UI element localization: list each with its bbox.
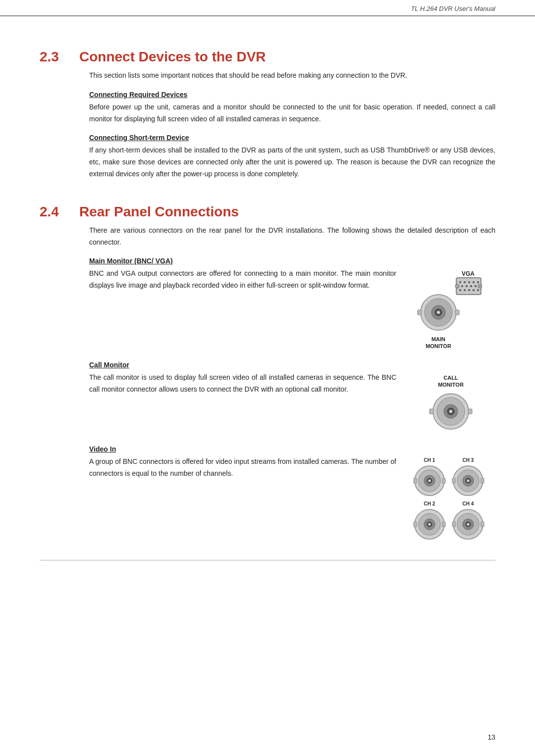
svg-text:CH 1: CH 1 xyxy=(424,457,435,463)
subsection-required-devices-body: Before power up the unit, cameras and a … xyxy=(89,101,495,125)
svg-point-16 xyxy=(455,284,459,288)
call-monitor-text-col: The call monitor is used to display full… xyxy=(89,372,396,403)
call-monitor-body: The call monitor is used to display full… xyxy=(89,372,396,396)
section-23-title: Connect Devices to the DVR xyxy=(79,49,266,65)
page-footer: 13 xyxy=(487,733,495,741)
svg-point-13 xyxy=(468,289,470,291)
svg-rect-43 xyxy=(414,478,417,483)
svg-point-7 xyxy=(461,285,463,287)
svg-rect-66 xyxy=(452,522,455,527)
svg-point-58 xyxy=(428,523,431,526)
svg-rect-24 xyxy=(455,310,459,315)
page-header: TL H.264 DVR User's Manual xyxy=(0,0,535,16)
video-in-content: A group of BNC connectors is offered for… xyxy=(89,456,495,540)
svg-text:VGA: VGA xyxy=(462,270,475,277)
section-24-number: 2.4 xyxy=(40,204,79,220)
svg-point-17 xyxy=(478,284,482,288)
svg-point-3 xyxy=(464,281,466,283)
main-monitor-text-col: BNC and VGA output connectors are offere… xyxy=(89,268,396,300)
main-monitor-body: BNC and VGA output connectors are offere… xyxy=(89,268,396,292)
subsection-video-in: Video In A group of BNC connectors is of… xyxy=(89,445,495,540)
video-in-svg: CH 1 CH 3 xyxy=(409,456,493,540)
call-monitor-content: The call monitor is used to display full… xyxy=(89,372,495,436)
svg-rect-35 xyxy=(468,409,472,414)
section-24-title: Rear Panel Connections xyxy=(79,204,239,220)
svg-text:CH 4: CH 4 xyxy=(463,501,474,506)
svg-text:MONITOR: MONITOR xyxy=(438,382,464,388)
svg-point-65 xyxy=(467,523,470,526)
svg-rect-50 xyxy=(452,478,455,483)
subsection-call-monitor: Call Monitor The call monitor is used to… xyxy=(89,361,495,436)
video-in-body: A group of BNC connectors is offered for… xyxy=(89,456,396,480)
svg-point-8 xyxy=(466,285,468,287)
section-24-heading: 2.4 Rear Panel Connections xyxy=(40,204,495,220)
svg-rect-51 xyxy=(481,478,484,483)
svg-text:CALL: CALL xyxy=(443,375,458,381)
svg-rect-60 xyxy=(442,522,445,527)
svg-point-49 xyxy=(467,480,470,482)
video-in-text-col: A group of BNC connectors is offered for… xyxy=(89,456,396,488)
subsection-main-monitor: Main Monitor (BNC/ VGA) BNC and VGA outp… xyxy=(89,257,495,352)
subsection-main-monitor-title: Main Monitor (BNC/ VGA) xyxy=(89,257,495,265)
subsection-call-monitor-title: Call Monitor xyxy=(89,361,495,369)
section-23-number: 2.3 xyxy=(40,49,79,65)
section-23-intro: This section lists some important notice… xyxy=(89,70,495,82)
page-content: 2.3 Connect Devices to the DVR This sect… xyxy=(0,16,535,595)
svg-text:CH 2: CH 2 xyxy=(424,501,435,506)
svg-point-10 xyxy=(475,285,477,287)
svg-point-5 xyxy=(473,281,475,283)
subsection-required-devices-title: Connecting Required Devices xyxy=(89,91,495,99)
svg-point-42 xyxy=(428,480,431,482)
svg-point-14 xyxy=(473,289,475,291)
svg-text:MAIN: MAIN xyxy=(431,336,445,342)
svg-point-22 xyxy=(437,311,440,314)
subsection-required-devices: Connecting Required Devices Before power… xyxy=(89,91,495,125)
svg-rect-23 xyxy=(418,310,422,315)
section-24-body: There are various connectors on the rear… xyxy=(40,225,495,541)
main-monitor-svg: VGA xyxy=(409,268,493,352)
svg-point-15 xyxy=(477,289,479,291)
svg-point-11 xyxy=(459,289,461,291)
svg-point-6 xyxy=(477,281,479,283)
section-24-intro: There are various connectors on the rear… xyxy=(89,225,495,249)
section-23-heading: 2.3 Connect Devices to the DVR xyxy=(40,49,495,65)
svg-point-2 xyxy=(459,281,461,283)
svg-rect-1 xyxy=(456,278,481,295)
svg-rect-34 xyxy=(429,409,433,414)
call-monitor-image-col: CALL MONITOR xyxy=(406,372,495,436)
svg-rect-44 xyxy=(442,478,445,483)
svg-point-33 xyxy=(449,410,452,413)
main-monitor-image-col: VGA xyxy=(406,268,495,352)
subsection-short-term-device: Connecting Short-term Device If any shor… xyxy=(89,134,495,180)
subsection-video-in-title: Video In xyxy=(89,445,495,453)
call-monitor-svg: CALL MONITOR xyxy=(419,372,483,436)
svg-point-4 xyxy=(468,281,470,283)
section-23-body: This section lists some important notice… xyxy=(40,70,495,180)
subsection-short-term-title: Connecting Short-term Device xyxy=(89,134,495,142)
main-monitor-content: BNC and VGA output connectors are offere… xyxy=(89,268,495,352)
page-number: 13 xyxy=(487,733,495,741)
footer-divider xyxy=(40,560,495,560)
svg-text:CH 3: CH 3 xyxy=(463,457,474,463)
subsection-short-term-body: If any short-term devices shall be insta… xyxy=(89,145,495,180)
svg-rect-59 xyxy=(414,522,417,527)
svg-text:MONITOR: MONITOR xyxy=(426,343,451,349)
video-in-image-col: CH 1 CH 3 xyxy=(406,456,495,540)
svg-point-12 xyxy=(464,289,466,291)
svg-point-9 xyxy=(470,285,472,287)
svg-rect-67 xyxy=(481,522,484,527)
manual-title: TL H.264 DVR User's Manual xyxy=(411,5,495,12)
